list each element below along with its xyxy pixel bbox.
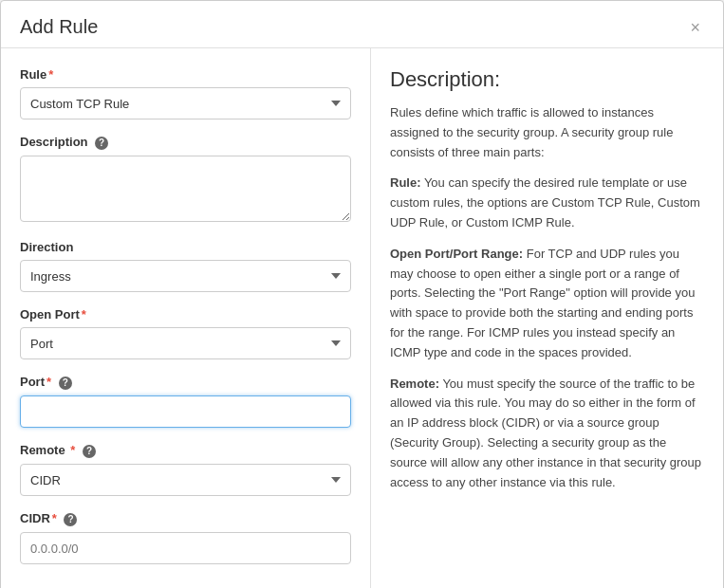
direction-group: Direction Ingress Egress bbox=[20, 240, 351, 292]
description-section: Description: Rules define which traffic … bbox=[371, 48, 723, 588]
open-port-required-star: * bbox=[82, 307, 86, 322]
remote-help-icon[interactable]: ? bbox=[83, 445, 96, 458]
port-label: Port* ? bbox=[20, 375, 351, 390]
add-rule-modal: Add Rule × Rule* Custom TCP Rule Custom … bbox=[0, 0, 724, 588]
description-help-icon[interactable]: ? bbox=[95, 137, 108, 150]
desc-port-text: For TCP and UDP rules you may choose to … bbox=[390, 247, 695, 359]
desc-remote-text: You must specify the source of the traff… bbox=[390, 377, 701, 489]
description-group: Description ? bbox=[20, 135, 351, 225]
port-help-icon[interactable]: ? bbox=[59, 377, 72, 390]
direction-label: Direction bbox=[20, 240, 351, 254]
cidr-input[interactable] bbox=[20, 532, 351, 564]
form-section: Rule* Custom TCP Rule Custom UDP Rule Cu… bbox=[1, 48, 371, 588]
desc-remote-bold: Remote: bbox=[390, 377, 439, 391]
cidr-required-star: * bbox=[52, 511, 57, 525]
desc-remote: Remote: You must specify the source of t… bbox=[390, 375, 704, 493]
remote-label: Remote * ? bbox=[20, 443, 351, 458]
remote-required-star: * bbox=[67, 443, 76, 457]
rule-label: Rule* bbox=[20, 67, 351, 82]
desc-title: Description: bbox=[390, 67, 704, 92]
open-port-label: Open Port* bbox=[20, 307, 351, 322]
port-required-star: * bbox=[46, 375, 51, 389]
description-textarea[interactable] bbox=[20, 156, 351, 222]
desc-port-bold: Open Port/Port Range: bbox=[390, 247, 523, 261]
cidr-group: CIDR* ? bbox=[20, 511, 351, 564]
modal-title: Add Rule bbox=[20, 16, 98, 38]
modal-body: Rule* Custom TCP Rule Custom UDP Rule Cu… bbox=[1, 48, 723, 588]
open-port-group: Open Port* Port Port Range bbox=[20, 307, 351, 359]
desc-rule-bold: Rule: bbox=[390, 175, 421, 190]
rule-group: Rule* Custom TCP Rule Custom UDP Rule Cu… bbox=[20, 67, 351, 119]
desc-port: Open Port/Port Range: For TCP and UDP ru… bbox=[390, 245, 704, 363]
close-button[interactable]: × bbox=[686, 19, 704, 36]
port-group: Port* ? 8080 bbox=[20, 375, 351, 428]
direction-select[interactable]: Ingress Egress bbox=[20, 260, 351, 292]
desc-rule: Rule: You can specify the desired rule t… bbox=[390, 174, 704, 232]
cidr-help-icon[interactable]: ? bbox=[64, 513, 77, 526]
desc-intro: Rules define which traffic is allowed to… bbox=[390, 103, 704, 162]
cidr-label: CIDR* ? bbox=[20, 511, 351, 526]
rule-required-star: * bbox=[48, 67, 53, 82]
rule-select[interactable]: Custom TCP Rule Custom UDP Rule Custom I… bbox=[20, 87, 351, 119]
modal-header: Add Rule × bbox=[1, 1, 723, 48]
port-input[interactable]: 8080 bbox=[20, 395, 351, 428]
remote-group: Remote * ? CIDR Security Group bbox=[20, 443, 351, 496]
open-port-select[interactable]: Port Port Range bbox=[20, 327, 351, 359]
remote-select[interactable]: CIDR Security Group bbox=[20, 464, 351, 496]
desc-rule-text: You can specify the desired rule templat… bbox=[390, 175, 700, 230]
description-label: Description ? bbox=[20, 135, 351, 150]
